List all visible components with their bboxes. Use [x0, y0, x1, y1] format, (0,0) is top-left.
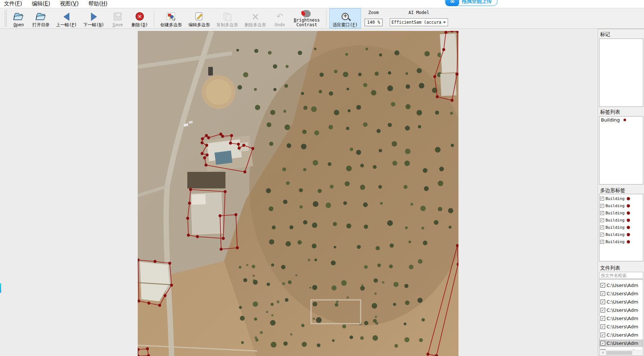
- polygon-label-item[interactable]: ✓Building: [599, 195, 643, 202]
- save-button[interactable]: Save: [107, 8, 128, 28]
- menu-view[interactable]: 视图(V): [56, 0, 83, 7]
- annotation-vertex[interactable]: [203, 156, 206, 159]
- horizontal-scrollbar[interactable]: ‹: [600, 350, 643, 355]
- checkbox-checked[interactable]: ✓: [600, 240, 604, 244]
- annotation-vertex[interactable]: [170, 284, 173, 287]
- annotation-vertex[interactable]: [205, 134, 208, 137]
- scrollbar-thumb[interactable]: [606, 351, 632, 355]
- file-search-input[interactable]: [599, 272, 643, 279]
- annotation-vertex[interactable]: [219, 214, 221, 217]
- file-list-item-selected[interactable]: ✓C:\Users\Adm: [599, 339, 643, 347]
- menu-help[interactable]: 帮助(H): [85, 0, 111, 7]
- upload-button[interactable]: ∞ 拖拽全能上传: [445, 0, 498, 6]
- polygon-label-item[interactable]: ✓Building: [599, 216, 643, 224]
- label-list[interactable]: Building: [599, 116, 643, 184]
- edit-polygon-button[interactable]: 编辑多边形: [185, 8, 213, 28]
- checkbox-checked[interactable]: ✓: [600, 197, 604, 201]
- annotation-vertex[interactable]: [205, 144, 208, 147]
- annotation-vertex[interactable]: [224, 190, 227, 193]
- marks-list[interactable]: [599, 38, 643, 107]
- file-list-item[interactable]: ✓C:\Users\Adm: [599, 306, 643, 314]
- annotation-vertex[interactable]: [230, 134, 233, 137]
- open-button[interactable]: Open: [8, 8, 29, 28]
- menu-edit[interactable]: 编辑(E): [28, 0, 54, 7]
- annotation-vertex[interactable]: [451, 99, 453, 102]
- checkbox-checked[interactable]: ✓: [600, 211, 604, 215]
- checkbox-checked[interactable]: ✓: [600, 324, 605, 329]
- checkbox-checked[interactable]: ✓: [600, 341, 605, 346]
- polygon-label-item[interactable]: ✓Building: [599, 231, 643, 238]
- annotation-vertex[interactable]: [237, 143, 240, 146]
- annotation-vertex[interactable]: [220, 248, 223, 251]
- next-image-button[interactable]: 下一幅(N): [80, 8, 108, 28]
- annotation-vertex[interactable]: [196, 235, 199, 238]
- annotation-vertex[interactable]: [242, 144, 245, 147]
- annotation-vertex[interactable]: [456, 73, 458, 76]
- annotation-vertex[interactable]: [243, 170, 246, 173]
- open-dir-button[interactable]: 打开目录: [29, 8, 53, 28]
- annotation-vertex[interactable]: [158, 304, 161, 307]
- fit-window-button[interactable]: 适应窗口(F): [329, 8, 361, 28]
- checkbox-checked[interactable]: ✓: [600, 300, 605, 304]
- polygon-label-item[interactable]: ✓Building: [599, 209, 643, 216]
- undo-button[interactable]: ↶ Undo: [269, 8, 290, 28]
- annotation-vertex[interactable]: [147, 302, 150, 305]
- checkbox-checked[interactable]: ✓: [600, 233, 604, 237]
- annotation-vertex[interactable]: [154, 260, 156, 263]
- annotation-vertex[interactable]: [442, 48, 445, 51]
- polygon-label-item[interactable]: ✓Building: [599, 238, 643, 245]
- file-list[interactable]: ✓C:\Users\Adm ✓C:\Users\Adm ✓C:\Users\Ad…: [599, 279, 643, 356]
- zoom-value-input[interactable]: 140 %: [365, 19, 383, 26]
- file-list-item[interactable]: ✓C:\Users\Adm: [599, 315, 643, 322]
- annotation-vertex[interactable]: [189, 188, 192, 191]
- annotation-vertex[interactable]: [207, 136, 210, 139]
- menu-file[interactable]: 文件(F): [0, 0, 26, 7]
- annotation-vertex[interactable]: [201, 152, 204, 155]
- annotation-vertex[interactable]: [201, 141, 204, 144]
- brightness-contrast-button[interactable]: Brightness Contrast: [290, 8, 323, 28]
- annotation-vertex[interactable]: [168, 262, 171, 265]
- annotation-vertex[interactable]: [164, 294, 166, 297]
- scroll-left-arrow[interactable]: ‹: [600, 350, 606, 355]
- file-list-item[interactable]: ✓C:\Users\Adm: [599, 331, 643, 339]
- annotation-vertex[interactable]: [188, 202, 191, 205]
- delete-button[interactable]: ✕ 删除(D): [128, 8, 151, 28]
- annotation-vertex[interactable]: [146, 347, 149, 350]
- toolbar-grip[interactable]: [4, 10, 7, 27]
- polygon-label-item[interactable]: ✓Building: [599, 224, 643, 231]
- annotation-vertex[interactable]: [205, 164, 207, 166]
- annotation-vertex[interactable]: [433, 75, 436, 78]
- file-list-item[interactable]: ✓C:\Users\Adm: [599, 298, 643, 306]
- annotation-vertex[interactable]: [187, 234, 190, 237]
- checkbox-checked[interactable]: ✓: [600, 308, 605, 312]
- annotation-vertex[interactable]: [238, 147, 241, 150]
- polygon-label-list[interactable]: ✓Building ✓Building ✓Building ✓Building …: [599, 194, 643, 261]
- file-list-item[interactable]: ✓C:\Users\Adm: [599, 290, 643, 297]
- checkbox-checked[interactable]: ✓: [600, 316, 605, 321]
- annotation-vertex[interactable]: [236, 246, 239, 249]
- annotation-vertex[interactable]: [444, 31, 447, 34]
- annotation-vertex[interactable]: [201, 137, 204, 140]
- ai-model-select[interactable]: EfficientSam (accuracy): [390, 18, 448, 26]
- checkbox-checked[interactable]: ✓: [600, 291, 605, 296]
- aerial-image[interactable]: [138, 31, 458, 356]
- annotation-vertex[interactable]: [234, 213, 237, 216]
- checkbox-checked[interactable]: ✓: [600, 204, 604, 208]
- annotation-vertex[interactable]: [186, 217, 189, 220]
- file-list-item[interactable]: ✓C:\Users\Adm: [599, 323, 643, 330]
- checkbox-checked[interactable]: ✓: [600, 218, 604, 222]
- file-list-item[interactable]: ✓C:\Users\Adm: [599, 282, 643, 289]
- create-polygon-button[interactable]: 创建多边形: [157, 8, 185, 28]
- annotation-vertex[interactable]: [426, 353, 429, 356]
- annotation-vertex[interactable]: [221, 135, 224, 138]
- canvas-area[interactable]: [0, 29, 598, 356]
- annotation-vertex[interactable]: [229, 142, 232, 145]
- checkbox-checked[interactable]: ✓: [600, 333, 605, 337]
- copy-polygon-button[interactable]: 复制多边形: [213, 8, 241, 28]
- polygon-label-item[interactable]: ✓Building: [599, 202, 643, 209]
- annotation-vertex[interactable]: [251, 147, 254, 150]
- annotation-vertex[interactable]: [222, 237, 225, 240]
- annotation-vertex[interactable]: [436, 95, 439, 98]
- prev-image-button[interactable]: 上一幅(P): [53, 8, 80, 28]
- checkbox-checked[interactable]: ✓: [600, 283, 605, 288]
